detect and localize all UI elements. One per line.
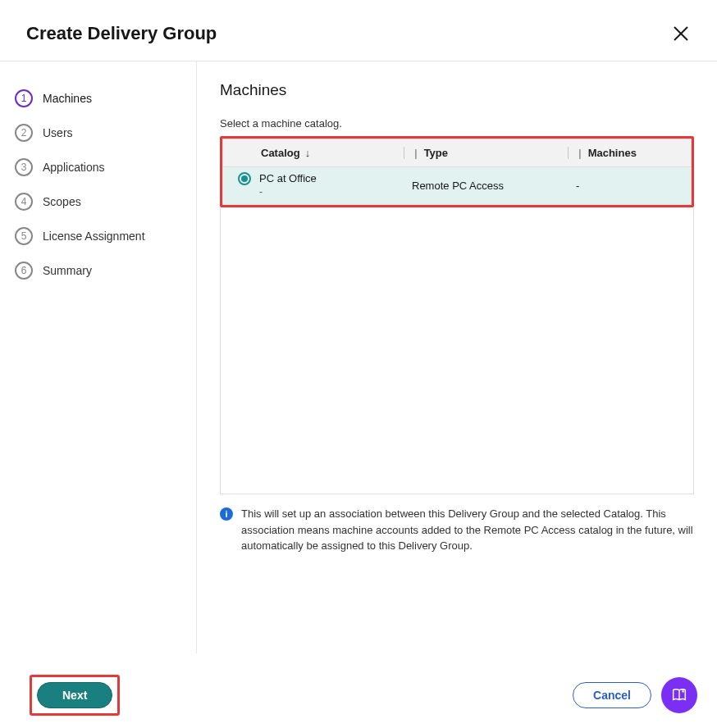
- catalog-name: PC at Office: [259, 172, 317, 186]
- step-label: Summary: [43, 264, 92, 277]
- step-number-icon: 4: [15, 193, 33, 211]
- column-header-catalog[interactable]: Catalog ↓: [223, 147, 404, 159]
- step-machines[interactable]: 1 Machines: [15, 81, 196, 116]
- step-label: Applications: [43, 161, 105, 174]
- radio-dot-icon: [241, 175, 248, 182]
- column-separator-icon: |: [414, 147, 418, 159]
- step-users[interactable]: 2 Users: [15, 116, 196, 150]
- info-icon: i: [220, 507, 233, 521]
- table-empty-area: [220, 207, 694, 494]
- table-row[interactable]: PC at Office - Remote PC Access -: [223, 167, 691, 205]
- svg-point-3: [682, 690, 683, 692]
- column-separator-icon: |: [578, 147, 582, 159]
- next-button[interactable]: Next: [37, 682, 112, 708]
- cancel-button[interactable]: Cancel: [573, 682, 651, 708]
- step-number-icon: 6: [15, 262, 33, 280]
- step-label: Users: [43, 126, 73, 139]
- step-label: Machines: [43, 92, 92, 105]
- info-message: i This will set up an association betwee…: [220, 506, 694, 554]
- panel-title: Machines: [220, 81, 694, 99]
- step-label: Scopes: [43, 195, 81, 208]
- catalog-subtext: -: [259, 186, 317, 199]
- column-label: Machines: [588, 147, 637, 159]
- close-icon: [671, 24, 691, 43]
- cell-machines: -: [568, 180, 691, 192]
- panel-subtitle: Select a machine catalog.: [220, 117, 694, 130]
- step-number-icon: 2: [15, 124, 33, 142]
- main-panel: Machines Select a machine catalog. Catal…: [197, 61, 717, 653]
- step-label: License Assignment: [43, 230, 145, 243]
- step-summary[interactable]: 6 Summary: [15, 253, 196, 288]
- column-label: Catalog: [261, 147, 300, 159]
- dialog-header: Create Delivery Group: [0, 0, 717, 61]
- sort-down-icon: ↓: [305, 147, 311, 159]
- step-applications[interactable]: 3 Applications: [15, 150, 196, 184]
- close-button[interactable]: [671, 24, 691, 43]
- step-license-assignment[interactable]: 5 License Assignment: [15, 219, 196, 253]
- step-number-icon: 5: [15, 227, 33, 245]
- next-button-highlight: Next: [30, 675, 120, 716]
- catalog-table-highlight: Catalog ↓ | Type | Machines: [220, 136, 694, 207]
- help-fab-button[interactable]: [661, 677, 697, 713]
- step-number-icon: 1: [15, 89, 33, 107]
- column-header-type[interactable]: | Type: [404, 147, 568, 159]
- radio-selected[interactable]: [238, 172, 251, 185]
- info-text: This will set up an association between …: [241, 506, 694, 554]
- wizard-sidebar: 1 Machines 2 Users 3 Applications 4 Scop…: [0, 61, 197, 653]
- dialog-footer: Next Cancel: [0, 662, 717, 728]
- cell-type: Remote PC Access: [404, 180, 568, 192]
- column-label: Type: [424, 147, 448, 159]
- step-number-icon: 3: [15, 158, 33, 176]
- book-help-icon: [670, 686, 688, 704]
- step-scopes[interactable]: 4 Scopes: [15, 184, 196, 219]
- dialog-title: Create Delivery Group: [26, 23, 217, 44]
- table-header: Catalog ↓ | Type | Machines: [223, 139, 691, 167]
- column-header-machines[interactable]: | Machines: [568, 147, 691, 159]
